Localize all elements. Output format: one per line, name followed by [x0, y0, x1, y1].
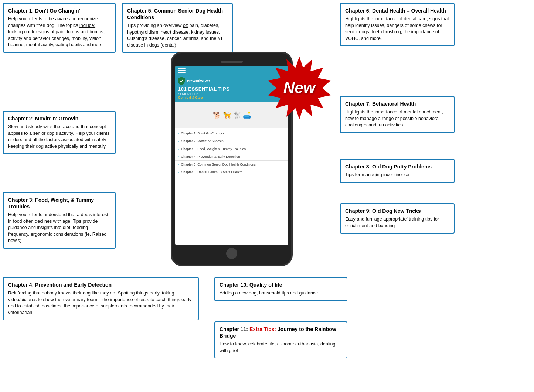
- toc-item-6[interactable]: › Chapter 6: Dental Health = Overall Hea…: [175, 168, 288, 176]
- chevron-icon-1: ›: [178, 132, 179, 135]
- chapter-5-box: Chapter 5: Common Senior Dog Health Cond…: [122, 3, 233, 53]
- chevron-icon-3: ›: [178, 147, 179, 151]
- chapter-7-title: Chapter 7: Behavioral Health: [345, 100, 449, 107]
- brand-name: Preventive Vet: [187, 79, 210, 83]
- chapter-1-body: Help your clients to be aware and recogn…: [8, 16, 110, 48]
- chevron-icon-4: ›: [178, 155, 179, 158]
- chapter-11-body: How to know, celebrate life, at-home eut…: [220, 341, 342, 354]
- chapter-3-title: Chapter 3: Food, Weight, & Tummy Trouble…: [8, 197, 110, 210]
- chapter-10-body: Adding a new dog, household tips and gui…: [220, 290, 342, 297]
- chapter-5-body: Tips providing an overview of: pain, dia…: [127, 23, 228, 48]
- tablet-home-button[interactable]: [226, 248, 237, 259]
- chevron-icon-2: ›: [178, 140, 179, 143]
- tablet-speaker: [221, 61, 243, 63]
- chapter-8-title: Chapter 8: Old Dog Potty Problems: [345, 163, 449, 170]
- chapter-4-box: Chapter 4: Prevention and Early Detectio…: [3, 277, 199, 320]
- toc-item-4[interactable]: › Chapter 4: Prevention & Early Detectio…: [175, 153, 288, 161]
- dog-illustration-3: 🐩: [233, 111, 241, 119]
- extra-tips-label: Extra Tips:: [249, 326, 276, 332]
- chapter-10-title: Chapter 10: Quality of life: [220, 282, 342, 288]
- new-label: New: [283, 79, 315, 97]
- chapter-2-box: Chapter 2: Movin' n' Groovin' Slow and s…: [3, 111, 116, 154]
- shield-icon: [178, 77, 185, 85]
- chapter-1-box: Chapter 1: Don't Go Changin' Help your c…: [3, 3, 116, 53]
- chapter-9-box: Chapter 9: Old Dog New Tricks Easy and f…: [340, 203, 455, 234]
- chapter-3-body: Help your clients understand that a dog'…: [8, 212, 110, 244]
- toc-list: › Chapter 1: Don't Go Changin' › Chapter…: [175, 128, 288, 178]
- chapter-11-box: Chapter 11: Extra Tips: Journey to the R…: [214, 321, 347, 358]
- chapter-8-body: Tips for managing incontinence: [345, 172, 449, 178]
- chapter-1-title: Chapter 1: Don't Go Changin': [8, 7, 110, 14]
- dog-illustration-1: 🐕: [213, 111, 221, 119]
- chevron-icon-6: ›: [178, 171, 179, 174]
- toc-item-5[interactable]: › Chapter 5: Common Senior Dog Health Co…: [175, 161, 288, 168]
- dog-illustration-2: 🦮: [223, 111, 231, 119]
- chapter-5-title: Chapter 5: Common Senior Dog Health Cond…: [127, 7, 228, 21]
- toc-item-2[interactable]: › Chapter 2: Movin' N' Groovin': [175, 137, 288, 145]
- chapter-7-box: Chapter 7: Behavioral Health Highlights …: [340, 96, 455, 133]
- chapter-2-title: Chapter 2: Movin' n' Groovin': [8, 115, 110, 122]
- dog-illustration-4: 🛋️: [243, 111, 251, 119]
- chapter-3-box: Chapter 3: Food, Weight, & Tummy Trouble…: [3, 192, 116, 249]
- chapter-6-body: Highlights the importance of dental care…: [345, 16, 449, 42]
- chapter-10-box: Chapter 10: Quality of life Adding a new…: [214, 277, 347, 301]
- chapter-2-body: Slow and steady wins the race and that c…: [8, 124, 110, 150]
- chapter-11-title: Chapter 11: Extra Tips: Journey to the R…: [220, 326, 342, 339]
- chevron-icon-5: ›: [178, 163, 179, 166]
- chapter-9-title: Chapter 9: Old Dog New Tricks: [345, 208, 449, 214]
- toc-item-3[interactable]: › Chapter 3: Food, Weight & Tummy Troubl…: [175, 145, 288, 153]
- chapter-4-body: Reinforcing that nobody knows their dog …: [8, 290, 194, 316]
- new-burst-badge: New: [266, 55, 333, 121]
- chapter-8-box: Chapter 8: Old Dog Potty Problems Tips f…: [340, 159, 455, 183]
- chapter-6-title: Chapter 6: Dental Health = Overall Healt…: [345, 7, 449, 14]
- toc-item-1[interactable]: › Chapter 1: Don't Go Changin': [175, 130, 288, 137]
- hamburger-menu-icon: [178, 68, 186, 73]
- chapter-4-title: Chapter 4: Prevention and Early Detectio…: [8, 282, 194, 288]
- chapter-9-body: Easy and fun 'age appropriate' training …: [345, 216, 449, 229]
- chapter-6-box: Chapter 6: Dental Health = Overall Healt…: [340, 3, 455, 46]
- chapter-7-body: Highlights the importance of mental enri…: [345, 109, 449, 129]
